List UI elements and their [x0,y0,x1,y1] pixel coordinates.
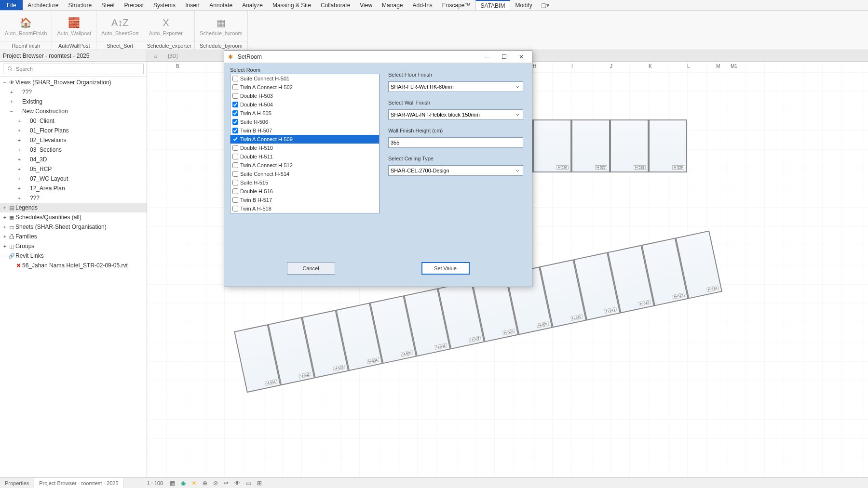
ribbon-button[interactable]: 🧱Auto_Wallpost [52,11,96,41]
menu-tab-annotate[interactable]: Annotate [204,0,237,10]
cancel-button[interactable]: Cancel [287,262,335,275]
room-checkbox[interactable] [232,84,238,90]
status-icon[interactable]: 👁 [231,480,243,487]
room-list-item[interactable]: Double H-516 [231,187,379,196]
menu-tab-insert[interactable]: Insert [180,0,204,10]
quick-access-icon[interactable]: ▢▾ [537,0,553,10]
room-checkbox[interactable] [232,136,238,142]
project-browser-tab[interactable]: Project Browser - roomtest - 2025 [34,478,123,488]
expand-toggle-icon[interactable]: + [16,186,22,191]
room-checkbox[interactable] [232,162,238,168]
expand-toggle-icon[interactable]: − [2,80,8,85]
dialog-titlebar[interactable]: ✱ SetRoom — ☐ ✕ [224,51,532,63]
menu-tab-collaborate[interactable]: Collaborate [316,0,355,10]
expand-toggle-icon[interactable]: + [16,138,22,143]
tree-node[interactable]: +Existing [0,97,147,106]
room-checkbox[interactable] [232,154,238,159]
tree-node[interactable]: +▭Sheets (SHAR-Sheet Organisation) [0,222,147,232]
room-checkbox[interactable] [232,145,238,151]
menu-tab-precast[interactable]: Precast [119,0,149,10]
room-checkbox[interactable] [232,102,238,107]
menu-tab-modify[interactable]: Modify [510,0,537,10]
room-checkbox[interactable] [232,206,238,211]
wall-height-input[interactable] [388,137,523,148]
room-checkbox[interactable] [232,110,238,116]
expand-toggle-icon[interactable]: + [2,205,8,211]
tree-node[interactable]: +04_3D [0,155,147,164]
tree-node[interactable]: +凸Families [0,232,147,241]
home-view-icon[interactable]: ⌂ [150,52,161,60]
status-icon[interactable]: ▦ [167,480,178,487]
room-list-item[interactable]: Suite Connect H-514 [231,170,379,178]
menu-tab-massing-site[interactable]: Massing & Site [268,0,316,10]
close-button[interactable]: ✕ [513,51,530,63]
tree-node[interactable]: +03_Sections [0,145,147,155]
expand-toggle-icon[interactable]: + [2,224,8,230]
view-scale[interactable]: 1 : 100 [143,480,167,486]
room-list-item[interactable]: Twin B H-517 [231,196,379,204]
wall-finish-select[interactable]: SHAR-WAL-INT-Heblex block 150mm [388,109,523,120]
tree-node[interactable]: −🔗Revit Links [0,251,147,261]
room-unit[interactable]: H-526 [533,119,571,172]
menu-tab-add-ins[interactable]: Add-Ins [407,0,437,10]
maximize-button[interactable]: ☐ [495,51,513,63]
menu-tab-satabim[interactable]: SATABIM [475,0,511,10]
tree-node[interactable]: +07_WC Layout [0,174,147,184]
room-list-item[interactable]: Double H-503 [231,92,379,100]
minimize-button[interactable]: — [478,51,495,63]
room-checkbox[interactable] [232,188,238,194]
file-tab[interactable]: File [0,0,23,10]
status-icon[interactable]: ⊕ [200,480,210,487]
tree-node[interactable]: +12_Area Plan [0,184,147,193]
tree-node[interactable]: +◫Groups [0,241,147,251]
ribbon-button[interactable]: 🏠Auto_RoomFinish [0,11,52,41]
status-icon[interactable]: ✂ [221,480,231,487]
status-icon[interactable]: ⊞ [254,480,265,487]
room-list-item[interactable]: Twin A H-518 [231,204,379,213]
expand-toggle-icon[interactable]: − [9,109,14,114]
status-icon[interactable]: ☀ [189,480,200,487]
ribbon-button[interactable]: ▦Schedule_byroom [195,11,247,41]
room-list-item[interactable]: Suite H-515 [231,178,379,187]
room-checkbox[interactable] [232,76,238,81]
expand-toggle-icon[interactable]: + [2,244,8,249]
room-checkbox[interactable] [232,171,238,177]
room-list-item[interactable]: Twin A Connect H-502 [231,83,379,92]
expand-toggle-icon[interactable]: + [16,167,22,172]
menu-tab-manage[interactable]: Manage [377,0,407,10]
tree-node[interactable]: +??? [0,193,147,203]
expand-toggle-icon[interactable]: + [16,157,22,162]
menu-tab-structure[interactable]: Structure [63,0,96,10]
expand-toggle-icon[interactable]: + [16,196,22,201]
tree-node[interactable]: −New Construction [0,106,147,116]
ribbon-button[interactable]: XAuto_Exporter [144,11,188,41]
room-list[interactable]: Suite Connect H-501Twin A Connect H-502D… [230,74,380,213]
room-checkbox[interactable] [232,197,238,203]
menu-tab-view[interactable]: View [355,0,377,10]
ribbon-button[interactable]: A↕ZAuto_SheetSort [96,11,144,41]
expand-toggle-icon[interactable]: + [16,147,22,153]
tree-node[interactable]: +▦Schedules/Quantities (all) [0,212,147,222]
room-checkbox[interactable] [232,93,238,99]
expand-toggle-icon[interactable]: + [16,176,22,182]
status-icon[interactable]: ⊘ [210,480,221,487]
room-list-item[interactable]: Suite Connect H-501 [231,74,379,83]
expand-toggle-icon[interactable]: + [9,90,14,95]
menu-tab-analyze[interactable]: Analyze [237,0,268,10]
room-list-item[interactable]: Double H-504 [231,100,379,109]
floor-finish-select[interactable]: SHAR-FLR-Wet HK-80mm [388,81,523,92]
tree-node[interactable]: +00_Client [0,116,147,126]
room-unit[interactable]: H-527 [571,119,610,172]
tree-node[interactable]: ✖56_Jahan Nama Hotel_STR-02-09-05.rvt [0,261,147,270]
properties-tab[interactable]: Properties [0,478,34,488]
tree-node[interactable]: −👁Views (SHAR_Browser Organization) [0,78,147,87]
status-icon[interactable]: ▭ [243,480,254,487]
menu-tab-architecture[interactable]: Architecture [23,0,63,10]
ceiling-type-select[interactable]: SHAR-CEL-2700-Design [388,165,523,176]
tree-node[interactable]: +??? [0,87,147,97]
menu-tab-systems[interactable]: Systems [149,0,180,10]
expand-toggle-icon[interactable]: + [16,128,22,133]
room-list-item[interactable]: Double H-510 [231,144,379,152]
tree-node[interactable]: +02_Elevations [0,135,147,145]
room-list-item[interactable]: Twin A Connect H-512 [231,161,379,170]
